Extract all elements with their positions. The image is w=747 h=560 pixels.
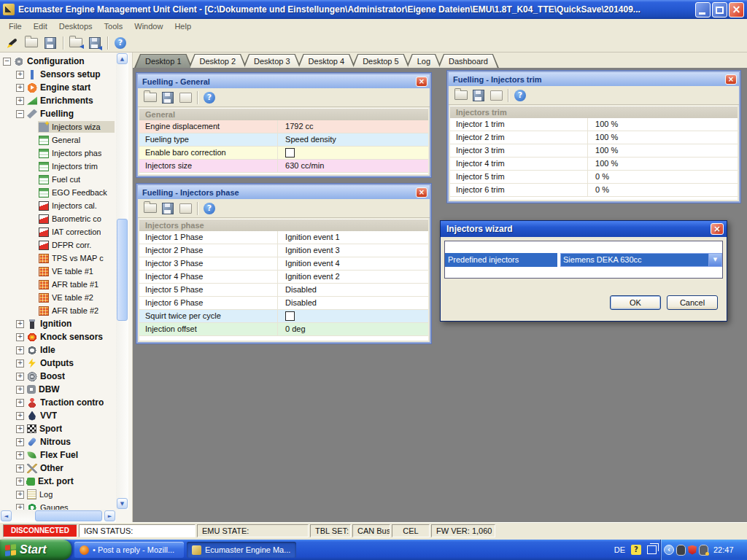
tree-item-boost[interactable]: +Boost <box>0 370 115 383</box>
help-balloon-icon[interactable] <box>631 545 641 555</box>
help-icon[interactable] <box>511 88 529 104</box>
tab-desktop-5[interactable]: Desktop 5 <box>352 54 410 68</box>
tree-item-injectors-phas[interactable]: Injectors phas <box>0 147 115 160</box>
tree-item-injectors-wiza[interactable]: Injectors wiza <box>0 120 115 133</box>
save-icon[interactable] <box>41 35 60 51</box>
window-titlebar[interactable]: Fuelling - Injectors trim <box>449 72 739 86</box>
scrollbar-thumb[interactable] <box>35 510 102 521</box>
tree-horizontal-scrollbar[interactable]: ◄ ► <box>0 510 116 522</box>
property-value[interactable]: Disabled <box>278 297 428 309</box>
scroll-up-icon[interactable]: ▲ <box>117 53 128 64</box>
tray-mouse-icon[interactable] <box>699 545 708 556</box>
tree-item-ve-table-2[interactable]: VE table #2 <box>0 291 115 304</box>
dialog-titlebar[interactable]: Injectors wizard <box>441 221 727 237</box>
checkbox-unchecked[interactable] <box>285 311 295 321</box>
property-value[interactable]: Ignition event 4 <box>278 257 428 270</box>
tab-desktop-3[interactable]: Desktop 3 <box>243 54 301 68</box>
tree-item-fuel-cut[interactable]: Fuel cut <box>0 173 115 186</box>
expand-icon[interactable]: + <box>16 71 24 79</box>
property-value[interactable] <box>278 310 428 322</box>
help-icon[interactable] <box>201 201 218 217</box>
window-titlebar[interactable]: Fuelling - Injectors phase <box>138 185 430 199</box>
property-value[interactable]: Ignition event 1 <box>278 231 428 244</box>
expand-icon[interactable]: + <box>16 425 24 433</box>
expand-icon[interactable]: + <box>16 386 24 394</box>
export-icon[interactable] <box>85 35 104 51</box>
language-indicator[interactable]: DE <box>614 545 625 554</box>
expand-icon[interactable]: + <box>16 346 24 354</box>
tree-item-afr-table-2[interactable]: AFR table #2 <box>0 304 115 317</box>
expand-icon[interactable]: + <box>16 504 24 510</box>
close-icon[interactable] <box>416 77 427 87</box>
property-value[interactable]: 100 % <box>588 158 738 170</box>
close-icon[interactable] <box>711 223 724 235</box>
tab-desktop-1[interactable]: Desktop 1 <box>134 54 193 68</box>
menu-window[interactable]: Window <box>128 20 169 32</box>
property-value[interactable]: 100 % <box>588 131 738 144</box>
tab-dashboard[interactable]: Dashboard <box>438 54 499 68</box>
tree-item-iat-correction[interactable]: IAT correction <box>0 225 115 238</box>
menu-tools[interactable]: Tools <box>98 20 129 32</box>
property-value[interactable]: 0 deg <box>278 323 428 335</box>
open-icon[interactable] <box>142 201 159 217</box>
menu-desktops[interactable]: Desktops <box>53 20 98 32</box>
restore-windows-icon[interactable] <box>647 545 657 554</box>
close-icon[interactable] <box>725 74 737 85</box>
tree-item-traction-contro[interactable]: +Traction contro <box>0 396 115 409</box>
expand-icon[interactable]: + <box>16 399 24 407</box>
save-icon[interactable] <box>159 90 177 106</box>
expand-icon[interactable]: + <box>16 320 24 328</box>
tree-item-idle[interactable]: +Idle <box>0 343 115 357</box>
property-value[interactable]: 100 % <box>588 118 738 131</box>
expand-icon[interactable]: + <box>16 451 24 459</box>
close-icon[interactable] <box>416 187 427 198</box>
expand-icon[interactable]: + <box>16 359 24 368</box>
open-icon[interactable] <box>22 35 41 51</box>
tree-item-afr-table-1[interactable]: AFR table #1 <box>0 278 115 291</box>
chevron-down-icon[interactable]: ▼ <box>708 254 721 266</box>
expand-icon[interactable]: + <box>16 97 24 105</box>
tree-item-ego-feedback[interactable]: EGO Feedback <box>0 186 115 199</box>
tree-item-gauges[interactable]: +Gauges <box>0 501 115 510</box>
tree-item-other[interactable]: +Other <box>0 462 115 475</box>
expand-icon[interactable]: + <box>16 84 24 92</box>
tree-item-ignition[interactable]: +Ignition <box>0 317 115 330</box>
tree-item-engine-start[interactable]: +Engine start <box>0 81 115 94</box>
tab-desktop-4[interactable]: Desktop 4 <box>298 54 356 68</box>
menu-edit[interactable]: Edit <box>28 20 53 32</box>
blank-icon[interactable] <box>177 90 194 106</box>
expand-icon[interactable]: + <box>16 478 24 486</box>
tree-item-configuration[interactable]: −Configuration <box>0 55 115 68</box>
open-icon[interactable] <box>142 90 159 106</box>
property-value[interactable] <box>278 147 428 159</box>
ok-button[interactable]: OK <box>610 295 661 310</box>
predefined-injectors-select[interactable]: Siemens DEKA 630cc ▼ <box>560 253 722 267</box>
open-icon[interactable] <box>452 88 470 104</box>
cancel-button[interactable]: Cancel <box>667 295 718 310</box>
tab-log[interactable]: Log <box>406 54 441 68</box>
tree-item-injectors-cal[interactable]: Injectors cal. <box>0 199 115 212</box>
window-titlebar[interactable]: Fuelling - General <box>138 74 430 88</box>
expand-icon[interactable]: + <box>16 373 24 381</box>
expand-icon[interactable]: + <box>16 333 24 341</box>
property-value[interactable]: 1792 cc <box>278 120 428 133</box>
tree-item-enrichments[interactable]: +Enrichments <box>0 94 115 107</box>
blank-icon[interactable] <box>487 88 505 104</box>
start-button[interactable]: Start <box>0 540 71 560</box>
tree-item-dbw[interactable]: +DBW <box>0 383 115 396</box>
tree-item-nitrous[interactable]: +Nitrous <box>0 435 115 448</box>
tree-item-barometric-co[interactable]: Barometric co <box>0 212 115 225</box>
tree-item-general[interactable]: General <box>0 133 115 147</box>
menu-help[interactable]: Help <box>169 20 197 32</box>
tree-item-ve-table-1[interactable]: VE table #1 <box>0 265 115 278</box>
taskbar-task-post-a-reply-mozill[interactable]: • Post a reply - Mozill... <box>74 542 184 558</box>
tree-item-sport[interactable]: +Sport <box>0 422 115 435</box>
tray-device-icon[interactable] <box>676 545 686 556</box>
property-value[interactable]: 630 cc/min <box>278 160 428 172</box>
scroll-left-icon[interactable]: ◄ <box>1 510 12 521</box>
property-value[interactable]: Speed density <box>278 133 428 146</box>
taskbar-task-ecumaster-engine-ma[interactable]: Ecumaster Engine Ma... <box>187 542 296 558</box>
scroll-down-icon[interactable]: ▼ <box>117 498 128 509</box>
menu-file[interactable]: File <box>3 20 28 32</box>
expand-icon[interactable]: + <box>16 438 24 446</box>
